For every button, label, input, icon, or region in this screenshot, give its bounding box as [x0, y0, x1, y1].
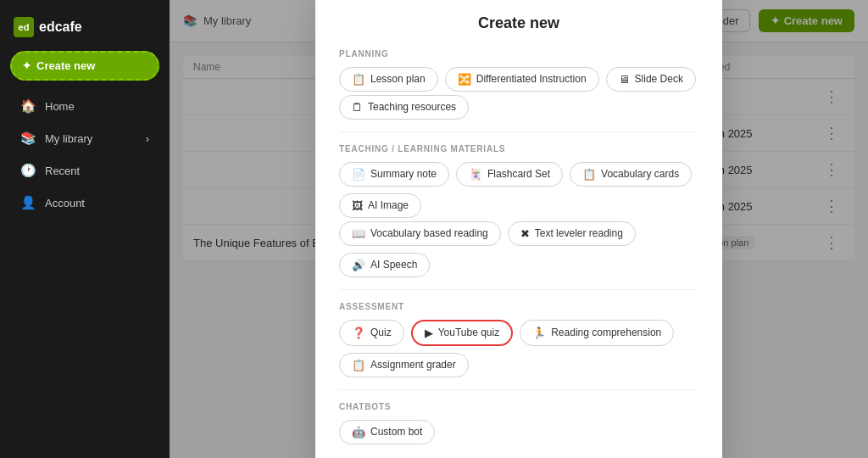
custom-bot-icon: 🤖: [352, 426, 365, 438]
slide-deck-icon: 🖥: [619, 73, 630, 86]
main-content: 📚 My library 🔔 EA Edcafe AI PRO ▾ + Fold…: [170, 0, 868, 458]
section-label-assessment: ASSESSMENT: [339, 302, 698, 311]
section-divider-3: [339, 389, 698, 390]
vocab-reading-icon: 📖: [352, 227, 365, 240]
library-icon: 📚: [20, 131, 36, 146]
create-new-modal: Create new PLANNING 📋 Lesson plan 🔀 Diff…: [315, 0, 722, 458]
diff-instruction-icon: 🔀: [458, 73, 471, 86]
home-icon: 🏠: [20, 98, 36, 114]
summary-note-icon: 📄: [352, 168, 365, 181]
text-leveler-icon: ✖: [520, 227, 530, 240]
sidebar-item-library[interactable]: 📚 My library ›: [7, 123, 163, 154]
quiz-icon: ❓: [352, 327, 365, 339]
sidebar-item-label: Account: [45, 197, 85, 209]
chip-custom-bot[interactable]: 🤖 Custom bot: [339, 420, 435, 444]
assignment-grader-icon: 📋: [352, 359, 365, 371]
chip-youtube-quiz[interactable]: ▶ YouTube quiz: [411, 320, 514, 346]
ai-speech-icon: 🔊: [352, 259, 365, 271]
sidebar-item-label: Home: [45, 100, 75, 113]
account-icon: 👤: [20, 195, 36, 210]
chip-ai-speech[interactable]: 🔊 AI Speech: [339, 253, 430, 277]
modal-overlay[interactable]: Create new PLANNING 📋 Lesson plan 🔀 Diff…: [170, 0, 868, 458]
logo-icon: ed: [14, 17, 34, 37]
lesson-plan-icon: 📋: [352, 73, 365, 86]
sidebar-create-button[interactable]: ✦ Create new: [10, 51, 159, 81]
teaching-chips-row1: 📄 Summary note 🃏 Flashcard Set 📋 Vocabul…: [339, 162, 698, 218]
chatbots-chips: 🤖 Custom bot: [339, 420, 698, 444]
ai-image-icon: 🖼: [352, 199, 363, 212]
chip-ai-image[interactable]: 🖼 AI Image: [339, 193, 421, 218]
create-icon: ✦: [22, 59, 31, 72]
assessment-chips: ❓ Quiz ▶ YouTube quiz 🏃 Reading comprehe…: [339, 320, 698, 377]
sidebar-item-recent[interactable]: 🕐 Recent: [7, 155, 163, 186]
vocabulary-cards-icon: 📋: [582, 168, 596, 181]
app-logo: ed edcafe: [0, 10, 170, 51]
section-label-chatbots: CHATBOTS: [339, 402, 698, 411]
teaching-chips-row2: 📖 Vocabulary based reading ✖ Text levele…: [339, 221, 698, 277]
app-name: edcafe: [39, 20, 82, 35]
planning-chips: 📋 Lesson plan 🔀 Differentiated Instructi…: [339, 67, 698, 92]
section-divider-2: [339, 289, 698, 290]
sidebar-item-label: Recent: [45, 165, 80, 177]
chip-assignment-grader[interactable]: 📋 Assignment grader: [339, 353, 469, 377]
chip-lesson-plan[interactable]: 📋 Lesson plan: [339, 67, 438, 92]
chevron-icon: ›: [146, 132, 149, 145]
chip-flashcard-set[interactable]: 🃏 Flashcard Set: [456, 162, 563, 187]
chip-differentiated-instruction[interactable]: 🔀 Differentiated Instruction: [445, 67, 599, 92]
recent-icon: 🕐: [20, 163, 36, 178]
chip-summary-note[interactable]: 📄 Summary note: [339, 162, 449, 187]
chip-text-leveler-reading[interactable]: ✖ Text leveler reading: [508, 221, 636, 246]
chip-teaching-resources[interactable]: 🗒 Teaching resources: [339, 95, 469, 120]
reading-comp-icon: 🏃: [532, 327, 546, 339]
sidebar: ed edcafe ✦ Create new 🏠 Home 📚 My libra…: [0, 0, 170, 458]
section-divider: [339, 131, 698, 132]
teaching-resources-icon: 🗒: [352, 101, 363, 114]
planning-chips-row2: 🗒 Teaching resources: [339, 95, 698, 120]
chip-slide-deck[interactable]: 🖥 Slide Deck: [606, 67, 696, 92]
sidebar-item-label: My library: [45, 132, 92, 145]
chip-quiz[interactable]: ❓ Quiz: [339, 320, 404, 346]
chip-reading-comprehension[interactable]: 🏃 Reading comprehension: [520, 320, 674, 346]
sidebar-item-home[interactable]: 🏠 Home: [7, 91, 163, 121]
chip-vocabulary-cards[interactable]: 📋 Vocabulary cards: [570, 162, 692, 187]
sidebar-item-account[interactable]: 👤 Account: [7, 187, 163, 218]
section-label-planning: PLANNING: [339, 49, 698, 59]
modal-title: Create new: [339, 14, 698, 32]
section-label-teaching: TEACHING / LEARNING MATERIALS: [339, 144, 698, 154]
flashcard-set-icon: 🃏: [469, 168, 482, 181]
chip-vocabulary-based-reading[interactable]: 📖 Vocabulary based reading: [339, 221, 501, 246]
youtube-quiz-icon: ▶: [425, 327, 433, 339]
